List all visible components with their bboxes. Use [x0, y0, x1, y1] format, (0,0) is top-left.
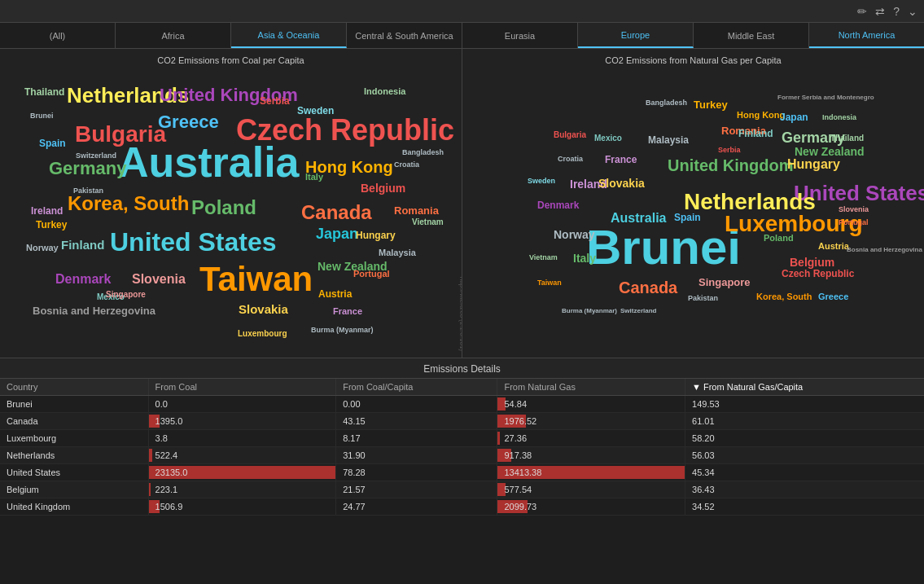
- word-portugal[interactable]: Portugal: [353, 269, 390, 279]
- word-ng-turkey[interactable]: Turkey: [694, 99, 728, 111]
- word-indonesia[interactable]: Indonesia: [364, 86, 405, 96]
- word-norway[interactable]: Norway: [26, 243, 59, 252]
- tab-north-america[interactable]: North America: [809, 23, 924, 48]
- col-header-from_coal_capita[interactable]: From Coal/Capita: [336, 379, 497, 396]
- word-ng-malaysia[interactable]: Malaysia: [648, 134, 689, 146]
- word-united-states[interactable]: United States: [110, 227, 276, 257]
- col-header-from_natural_gas[interactable]: From Natural Gas: [497, 379, 685, 396]
- cell-ng-capita: 56.03: [685, 447, 924, 464]
- word-ng-portugal[interactable]: Portugal: [839, 218, 869, 226]
- col-header-from_coal[interactable]: From Coal: [148, 379, 336, 396]
- word-ng-poland[interactable]: Poland: [764, 233, 794, 243]
- word-ng-vietnam[interactable]: Vietnam: [529, 253, 558, 261]
- word-turkey[interactable]: Turkey: [36, 219, 67, 231]
- word-pakistan[interactable]: Pakistan: [73, 187, 103, 195]
- word-ng-bulgaria[interactable]: Bulgaria: [554, 130, 586, 139]
- tab--all-[interactable]: (All): [0, 23, 116, 48]
- word-taiwan[interactable]: Taiwan: [199, 260, 313, 299]
- word-burma--myanmar-[interactable]: Burma (Myanmar): [311, 326, 374, 334]
- col-header-country[interactable]: Country: [0, 379, 148, 396]
- word-romania[interactable]: Romania: [394, 204, 439, 217]
- word-vietnam[interactable]: Vietnam: [412, 217, 444, 226]
- word-ng-indonesia[interactable]: Indonesia: [822, 113, 856, 121]
- word-ng-singapore[interactable]: Singapore: [698, 276, 751, 288]
- word-sweden[interactable]: Sweden: [297, 105, 334, 116]
- word-italy[interactable]: Italy: [305, 172, 323, 182]
- tab-asia---oceania[interactable]: Asia & Oceania: [231, 23, 347, 48]
- word-bulgaria[interactable]: Bulgaria: [75, 121, 166, 147]
- word-ng-slovenia[interactable]: Slovenia: [839, 205, 869, 213]
- tab-eurasia[interactable]: Eurasia: [462, 23, 578, 48]
- word-korea--south[interactable]: Korea, South: [68, 192, 189, 215]
- help-icon[interactable]: ?: [893, 5, 900, 18]
- tab-europe[interactable]: Europe: [578, 23, 694, 48]
- word-ng-united-kingdom[interactable]: United Kingdom: [668, 156, 793, 175]
- word-ng-bosnia-and-herzegovina[interactable]: Bosnia and Herzegovina: [847, 246, 922, 253]
- tab-central---south-america[interactable]: Central & South America: [347, 23, 462, 48]
- word-ng-spain[interactable]: Spain: [674, 212, 701, 223]
- word-ng-denmark[interactable]: Denmark: [537, 200, 579, 211]
- word-switzerland[interactable]: Switzerland: [76, 151, 116, 160]
- word-malaysia[interactable]: Malaysia: [379, 248, 416, 257]
- word-ng-taiwan[interactable]: Taiwan: [537, 279, 562, 287]
- word-brunei[interactable]: Brunei: [30, 112, 54, 120]
- word-ng-hong-kong[interactable]: Hong Kong: [737, 110, 785, 120]
- word-ng-serbia[interactable]: Serbia: [718, 146, 741, 154]
- word-ng-australia[interactable]: Australia: [611, 211, 666, 226]
- word-poland[interactable]: Poland: [191, 196, 256, 219]
- word-ng-new-zealand[interactable]: New Zealand: [795, 145, 865, 158]
- share-icon[interactable]: ⇄: [875, 5, 885, 18]
- chevron-down-icon[interactable]: ⌄: [908, 5, 917, 18]
- word-ireland[interactable]: Ireland: [31, 205, 63, 217]
- word-ng-former-serbia-and-montenegro[interactable]: Former Serbia and Montenegro: [777, 94, 874, 101]
- word-belgium[interactable]: Belgium: [361, 182, 405, 195]
- word-slovakia[interactable]: Slovakia: [239, 302, 288, 316]
- word-ng-hungary[interactable]: Hungary: [787, 157, 840, 172]
- word-ng-korea--south[interactable]: Korea, South: [756, 292, 812, 301]
- word-ng-thailand[interactable]: Thailand: [830, 134, 864, 143]
- word-ng-slovakia[interactable]: Slovakia: [598, 177, 645, 190]
- cell-coal-capita: 0.00: [336, 396, 497, 413]
- word-france[interactable]: France: [333, 306, 362, 316]
- word-ng-sweden[interactable]: Sweden: [528, 177, 555, 185]
- word-ng-mexico[interactable]: Mexico: [594, 134, 622, 143]
- pencil-icon[interactable]: ✏: [857, 5, 867, 18]
- word-ng-france[interactable]: France: [605, 154, 637, 165]
- word-serbia[interactable]: Serbia: [260, 95, 290, 107]
- word-ng-brunei[interactable]: Brunei: [586, 219, 741, 275]
- word-canada[interactable]: Canada: [301, 201, 372, 224]
- word-denmark[interactable]: Denmark: [55, 272, 111, 287]
- word-bosnia-and-herzegovina[interactable]: Bosnia and Herzegovina: [33, 305, 155, 317]
- word-ng-japan[interactable]: Japan: [780, 112, 808, 123]
- word-bangladesh[interactable]: Bangladesh: [402, 148, 444, 156]
- word-czech-republic[interactable]: Czech Republic: [236, 113, 454, 147]
- word-thailand[interactable]: Thailand: [24, 86, 64, 98]
- word-germany[interactable]: Germany: [49, 158, 126, 179]
- tab-africa[interactable]: Africa: [116, 23, 231, 48]
- col-header-from_ng_capita[interactable]: ▼ From Natural Gas/Capita: [685, 379, 924, 396]
- word-finland[interactable]: Finland: [61, 238, 104, 252]
- word-ng-norway[interactable]: Norway: [554, 228, 595, 241]
- word-ng-italy[interactable]: Italy: [573, 252, 596, 265]
- tab-middle-east[interactable]: Middle East: [694, 23, 809, 48]
- word-austria[interactable]: Austria: [318, 288, 352, 300]
- word-ng-bangladesh[interactable]: Bangladesh: [646, 99, 687, 107]
- word-hungary[interactable]: Hungary: [356, 230, 396, 241]
- word-ng-pakistan[interactable]: Pakistan: [688, 294, 718, 302]
- word-ng-croatia[interactable]: Croatia: [558, 155, 583, 163]
- word-greece[interactable]: Greece: [158, 112, 219, 133]
- word-ng-austria[interactable]: Austria: [818, 241, 849, 251]
- word-croatia[interactable]: Croatia: [394, 160, 419, 169]
- word-spain[interactable]: Spain: [39, 138, 66, 149]
- word-ng-belgium[interactable]: Belgium: [790, 256, 834, 269]
- word-ng-czech-republic[interactable]: Czech Republic: [782, 268, 854, 279]
- word-japan[interactable]: Japan: [316, 226, 358, 243]
- word-luxembourg[interactable]: Luxembourg: [238, 329, 287, 338]
- word-ng-canada[interactable]: Canada: [619, 279, 677, 297]
- word-ng-switzerland[interactable]: Switzerland: [620, 307, 656, 314]
- word-singapore[interactable]: Singapore: [106, 290, 146, 299]
- word-ng-burma--myanmar-[interactable]: Burma (Myanmar): [562, 307, 617, 314]
- word-ng-greece[interactable]: Greece: [818, 292, 848, 301]
- word-ng-finland[interactable]: Finland: [738, 128, 773, 139]
- word-slovenia[interactable]: Slovenia: [132, 272, 186, 287]
